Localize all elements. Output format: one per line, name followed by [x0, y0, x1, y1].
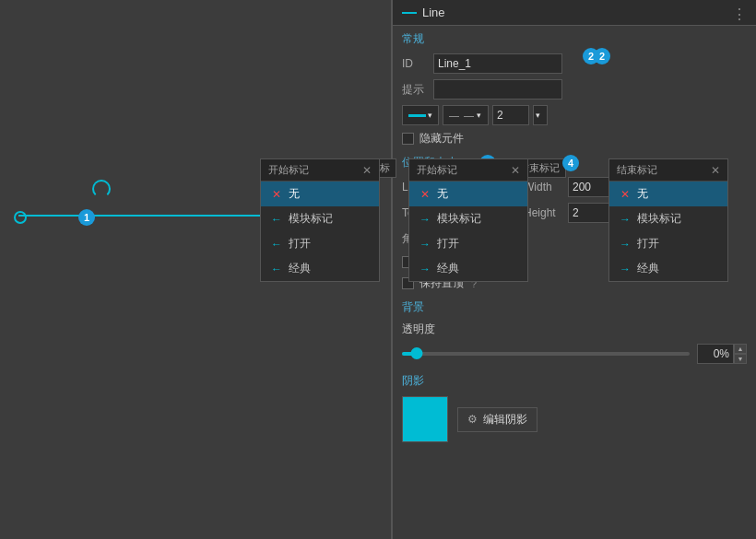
opacity-label: 透明度: [402, 322, 435, 337]
selected-icon-3: ✕: [619, 188, 632, 201]
edit-shadow-button[interactable]: ⚙ 编辑阴影: [457, 407, 537, 432]
hint-label: 提示: [402, 82, 428, 98]
opacity-up[interactable]: ▲: [734, 344, 747, 354]
opacity-thumb[interactable]: [410, 347, 422, 359]
dropdown-item-module-1[interactable]: ← 模块标记: [261, 206, 379, 231]
hint-input[interactable]: [433, 79, 562, 100]
opacity-slider-row: ▲ ▼: [393, 340, 756, 368]
arrow-icon-2: ←: [270, 238, 283, 251]
dropdown-start-left-title: 开始标记 ✕: [261, 159, 379, 182]
opacity-down[interactable]: ▼: [734, 354, 747, 364]
id-label: ID: [402, 57, 428, 70]
selected-icon-2: ✕: [419, 188, 431, 201]
selected-icon-1: ✕: [270, 188, 283, 201]
id-row: ID: [393, 51, 756, 76]
shadow-color-box[interactable]: [402, 396, 448, 442]
id-input[interactable]: [433, 53, 562, 74]
rotate-handle[interactable]: [92, 180, 111, 198]
dropdown-start-left: 开始标记 ✕ ✕ 无 ← 模块标记 ← 打开 ← 经典: [260, 158, 380, 282]
arrow-icon-5: →: [419, 238, 431, 251]
gear-icon: ⚙: [467, 413, 478, 426]
dropdown-end-right-close[interactable]: ✕: [711, 164, 720, 177]
badge-1: 1: [78, 209, 95, 226]
width-input[interactable]: [568, 177, 614, 197]
edit-shadow-label: 编辑阴影: [483, 412, 527, 428]
style-toolbar: — — 2: [393, 102, 756, 128]
shadow-controls: ⚙ 编辑阴影: [393, 393, 756, 446]
hide-element-label: 隐藏元件: [419, 131, 464, 146]
dropdown-item-classic-1[interactable]: ← 经典: [261, 256, 379, 281]
opacity-input[interactable]: [697, 344, 734, 364]
badge-2-overlay: 2: [583, 48, 599, 64]
dropdown-end-right-title: 结束标记 ✕: [609, 159, 727, 182]
arrow-icon-8: →: [619, 238, 632, 251]
dash-style-btn[interactable]: — —: [443, 105, 489, 125]
panel-title: Line: [422, 6, 445, 19]
hide-element-row: 隐藏元件: [393, 128, 756, 149]
opacity-label-row: 透明度: [393, 319, 756, 340]
arrow-icon-4: →: [419, 213, 431, 226]
hint-row: 提示: [393, 76, 756, 102]
arrow-icon-3: ←: [270, 263, 283, 275]
dropdown-start-mid-title: 开始标记 ✕: [409, 159, 527, 182]
dropdown-start-left-close[interactable]: ✕: [362, 164, 372, 177]
dropdown-item-none-2[interactable]: ✕ 无: [409, 182, 527, 206]
dropdown-item-none-1[interactable]: ✕ 无: [261, 182, 379, 206]
arrow-icon-9: →: [619, 263, 632, 275]
height-label: Height: [524, 206, 561, 219]
arrow-icon-7: →: [619, 213, 632, 226]
dropdown-item-open-3[interactable]: → 打开: [609, 231, 727, 256]
dropdown-item-classic-3[interactable]: → 经典: [609, 256, 727, 281]
opacity-value-group: ▲ ▼: [697, 344, 747, 364]
dropdown-item-open-1[interactable]: ← 打开: [261, 231, 379, 256]
dropdown-item-classic-2[interactable]: → 经典: [409, 256, 527, 281]
opacity-track[interactable]: [402, 352, 690, 356]
section-shadow: 阴影: [393, 368, 756, 393]
dropdown-start-mid-close[interactable]: ✕: [511, 164, 520, 177]
hide-element-checkbox[interactable]: [402, 133, 414, 145]
dropdown-item-none-3[interactable]: ✕ 无: [609, 182, 727, 206]
height-input[interactable]: [568, 203, 614, 223]
line-icon: [402, 12, 417, 14]
opacity-spin[interactable]: ▲ ▼: [734, 344, 747, 364]
badge-4: 4: [562, 155, 579, 171]
color-picker-btn[interactable]: [402, 105, 439, 125]
dropdown-item-module-3[interactable]: → 模块标记: [609, 206, 727, 231]
thickness-unit-btn[interactable]: [533, 105, 548, 125]
panel-scroll-indicator: ⋮: [732, 6, 747, 23]
dropdown-item-open-2[interactable]: → 打开: [409, 231, 527, 256]
section-background: 背景: [393, 294, 756, 319]
line-thickness-input[interactable]: 2: [492, 105, 529, 125]
panel-header: Line 2 ⋮: [393, 0, 756, 26]
dropdown-start-mid: 开始标记 ✕ ✕ 无 → 模块标记 → 打开 → 经典: [408, 158, 528, 282]
arrow-icon-6: →: [419, 263, 431, 275]
section-general: 常规: [393, 26, 756, 51]
dropdown-item-module-2[interactable]: → 模块标记: [409, 206, 527, 231]
dropdown-end-right: 结束标记 ✕ ✕ 无 → 模块标记 → 打开 → 经典: [608, 158, 728, 282]
width-label: Width: [524, 181, 561, 193]
arrow-icon-1: ←: [270, 213, 283, 226]
